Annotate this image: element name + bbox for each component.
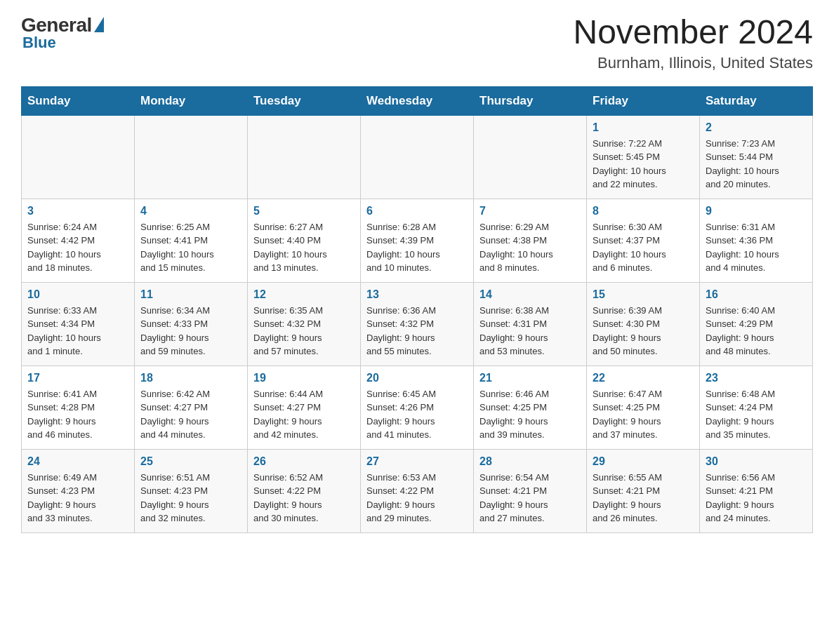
day-info: Sunrise: 6:46 AMSunset: 4:25 PMDaylight:… [479, 387, 581, 442]
day-info: Sunrise: 6:42 AMSunset: 4:27 PMDaylight:… [140, 387, 241, 442]
calendar-cell: 8Sunrise: 6:30 AMSunset: 4:37 PMDaylight… [587, 199, 700, 282]
day-info: Sunrise: 6:36 AMSunset: 4:32 PMDaylight:… [366, 304, 468, 358]
day-number: 17 [27, 372, 128, 384]
day-number: 11 [140, 288, 241, 301]
calendar-cell: 23Sunrise: 6:48 AMSunset: 4:24 PMDayligh… [700, 365, 813, 449]
calendar-cell: 29Sunrise: 6:55 AMSunset: 4:21 PMDayligh… [587, 449, 700, 532]
day-number: 22 [593, 372, 694, 384]
calendar-cell: 16Sunrise: 6:40 AMSunset: 4:29 PMDayligh… [700, 282, 813, 365]
day-info: Sunrise: 7:22 AMSunset: 5:45 PMDaylight:… [593, 137, 694, 192]
day-number: 3 [27, 205, 128, 217]
calendar-cell [248, 115, 361, 199]
day-info: Sunrise: 6:51 AMSunset: 4:23 PMDaylight:… [140, 471, 241, 525]
day-number: 8 [593, 205, 694, 217]
calendar-cell: 28Sunrise: 6:54 AMSunset: 4:21 PMDayligh… [474, 449, 587, 532]
day-number: 23 [706, 372, 807, 384]
day-info: Sunrise: 6:41 AMSunset: 4:28 PMDaylight:… [27, 387, 128, 442]
calendar-cell: 15Sunrise: 6:39 AMSunset: 4:30 PMDayligh… [587, 282, 700, 365]
day-number: 29 [593, 455, 694, 468]
page-header: General Blue November 2024 Burnham, Illi… [21, 14, 813, 72]
day-info: Sunrise: 6:31 AMSunset: 4:36 PMDaylight:… [706, 220, 807, 275]
calendar-header-sunday: Sunday [22, 86, 135, 115]
day-info: Sunrise: 6:53 AMSunset: 4:22 PMDaylight:… [366, 471, 468, 525]
calendar-cell: 5Sunrise: 6:27 AMSunset: 4:40 PMDaylight… [248, 199, 361, 282]
calendar-cell [361, 115, 474, 199]
calendar-title: November 2024 [573, 14, 813, 51]
day-info: Sunrise: 6:35 AMSunset: 4:32 PMDaylight:… [253, 304, 355, 358]
day-info: Sunrise: 6:27 AMSunset: 4:40 PMDaylight:… [253, 220, 355, 275]
calendar-cell: 12Sunrise: 6:35 AMSunset: 4:32 PMDayligh… [248, 282, 361, 365]
calendar-cell [22, 115, 135, 199]
day-number: 14 [479, 288, 581, 301]
day-number: 28 [479, 455, 581, 468]
day-info: Sunrise: 6:30 AMSunset: 4:37 PMDaylight:… [593, 220, 694, 275]
day-info: Sunrise: 6:54 AMSunset: 4:21 PMDaylight:… [479, 471, 581, 525]
day-info: Sunrise: 6:47 AMSunset: 4:25 PMDaylight:… [593, 387, 694, 442]
calendar-cell: 7Sunrise: 6:29 AMSunset: 4:38 PMDaylight… [474, 199, 587, 282]
day-number: 5 [253, 205, 355, 217]
day-info: Sunrise: 6:28 AMSunset: 4:39 PMDaylight:… [366, 220, 468, 275]
day-number: 10 [27, 288, 128, 301]
logo: General Blue [21, 14, 104, 52]
calendar-cell: 19Sunrise: 6:44 AMSunset: 4:27 PMDayligh… [248, 365, 361, 449]
calendar-cell: 6Sunrise: 6:28 AMSunset: 4:39 PMDaylight… [361, 199, 474, 282]
calendar-header-wednesday: Wednesday [361, 86, 474, 115]
calendar-table: SundayMondayTuesdayWednesdayThursdayFrid… [21, 86, 813, 533]
calendar-week-row: 24Sunrise: 6:49 AMSunset: 4:23 PMDayligh… [22, 449, 813, 532]
calendar-week-row: 17Sunrise: 6:41 AMSunset: 4:28 PMDayligh… [22, 365, 813, 449]
calendar-cell: 1Sunrise: 7:22 AMSunset: 5:45 PMDaylight… [587, 115, 700, 199]
calendar-cell: 18Sunrise: 6:42 AMSunset: 4:27 PMDayligh… [135, 365, 248, 449]
calendar-cell: 10Sunrise: 6:33 AMSunset: 4:34 PMDayligh… [22, 282, 135, 365]
day-info: Sunrise: 6:49 AMSunset: 4:23 PMDaylight:… [27, 471, 128, 525]
logo-triangle-icon [94, 17, 104, 32]
day-info: Sunrise: 7:23 AMSunset: 5:44 PMDaylight:… [706, 137, 807, 192]
calendar-cell: 11Sunrise: 6:34 AMSunset: 4:33 PMDayligh… [135, 282, 248, 365]
calendar-cell: 21Sunrise: 6:46 AMSunset: 4:25 PMDayligh… [474, 365, 587, 449]
day-info: Sunrise: 6:24 AMSunset: 4:42 PMDaylight:… [27, 220, 128, 275]
calendar-cell: 22Sunrise: 6:47 AMSunset: 4:25 PMDayligh… [587, 365, 700, 449]
day-number: 27 [366, 455, 468, 468]
day-number: 20 [366, 372, 468, 384]
calendar-header-saturday: Saturday [700, 86, 813, 115]
calendar-header-monday: Monday [135, 86, 248, 115]
day-info: Sunrise: 6:33 AMSunset: 4:34 PMDaylight:… [27, 304, 128, 358]
calendar-header-row: SundayMondayTuesdayWednesdayThursdayFrid… [22, 86, 813, 115]
day-number: 1 [593, 121, 694, 134]
calendar-cell: 24Sunrise: 6:49 AMSunset: 4:23 PMDayligh… [22, 449, 135, 532]
calendar-header-friday: Friday [587, 86, 700, 115]
day-number: 16 [706, 288, 807, 301]
calendar-week-row: 3Sunrise: 6:24 AMSunset: 4:42 PMDaylight… [22, 199, 813, 282]
day-info: Sunrise: 6:25 AMSunset: 4:41 PMDaylight:… [140, 220, 241, 275]
calendar-cell: 3Sunrise: 6:24 AMSunset: 4:42 PMDaylight… [22, 199, 135, 282]
day-info: Sunrise: 6:52 AMSunset: 4:22 PMDaylight:… [253, 471, 355, 525]
day-number: 24 [27, 455, 128, 468]
day-number: 9 [706, 205, 807, 217]
day-number: 13 [366, 288, 468, 301]
day-info: Sunrise: 6:44 AMSunset: 4:27 PMDaylight:… [253, 387, 355, 442]
logo-blue-text: Blue [22, 34, 56, 52]
calendar-cell: 4Sunrise: 6:25 AMSunset: 4:41 PMDaylight… [135, 199, 248, 282]
day-number: 2 [706, 121, 807, 134]
calendar-cell: 26Sunrise: 6:52 AMSunset: 4:22 PMDayligh… [248, 449, 361, 532]
calendar-cell: 9Sunrise: 6:31 AMSunset: 4:36 PMDaylight… [700, 199, 813, 282]
day-number: 6 [366, 205, 468, 217]
day-number: 15 [593, 288, 694, 301]
day-number: 25 [140, 455, 241, 468]
calendar-subtitle: Burnham, Illinois, United States [573, 54, 813, 72]
calendar-header-tuesday: Tuesday [248, 86, 361, 115]
day-number: 19 [253, 372, 355, 384]
calendar-cell: 13Sunrise: 6:36 AMSunset: 4:32 PMDayligh… [361, 282, 474, 365]
calendar-cell: 14Sunrise: 6:38 AMSunset: 4:31 PMDayligh… [474, 282, 587, 365]
calendar-cell: 30Sunrise: 6:56 AMSunset: 4:21 PMDayligh… [700, 449, 813, 532]
calendar-cell [135, 115, 248, 199]
day-number: 7 [479, 205, 581, 217]
calendar-cell: 27Sunrise: 6:53 AMSunset: 4:22 PMDayligh… [361, 449, 474, 532]
day-number: 12 [253, 288, 355, 301]
day-info: Sunrise: 6:56 AMSunset: 4:21 PMDaylight:… [706, 471, 807, 525]
day-info: Sunrise: 6:39 AMSunset: 4:30 PMDaylight:… [593, 304, 694, 358]
day-number: 21 [479, 372, 581, 384]
calendar-week-row: 10Sunrise: 6:33 AMSunset: 4:34 PMDayligh… [22, 282, 813, 365]
day-number: 18 [140, 372, 241, 384]
day-number: 26 [253, 455, 355, 468]
day-info: Sunrise: 6:48 AMSunset: 4:24 PMDaylight:… [706, 387, 807, 442]
